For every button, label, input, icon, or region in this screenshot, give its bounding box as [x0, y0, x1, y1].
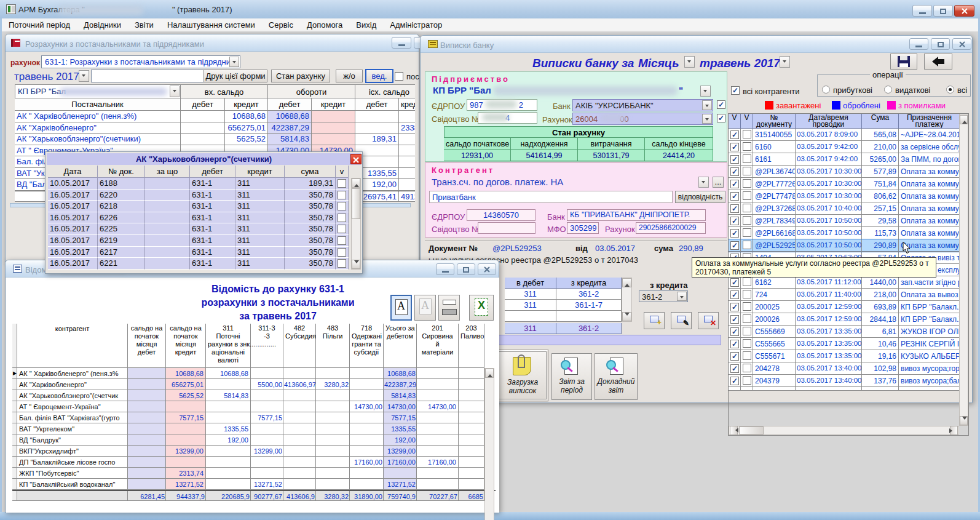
account-state-button[interactable]: Стан рахунку	[271, 70, 330, 82]
scroll-up[interactable]	[352, 178, 360, 188]
row-checkbox[interactable]: ✓	[730, 180, 739, 188]
row-checkbox2[interactable]	[743, 351, 751, 360]
row-checkbox[interactable]: ✓	[730, 167, 739, 176]
account-combo[interactable]: 631-1: Розрахунки з постачальниками та п…	[41, 55, 240, 68]
bank-table-row[interactable]: ✓@2PL37268403.05.2017 10:40:00257,15Опла…	[729, 202, 959, 215]
window-bank-close[interactable]	[952, 38, 971, 50]
search-input[interactable]	[91, 70, 205, 82]
prov-scrollbar[interactable]	[622, 278, 632, 322]
bank-table-row[interactable]: ✓@2PL78349003.05.2017 10:50:0029,58Оплат…	[729, 215, 959, 227]
row-checkbox2[interactable]	[743, 204, 751, 212]
scroll-up[interactable]	[960, 115, 968, 124]
window-vidomist-minimize[interactable]	[436, 263, 454, 275]
row-checkbox[interactable]: ✓	[730, 217, 739, 225]
row-checkbox[interactable]	[338, 259, 346, 268]
all-counterparties-checkbox[interactable]: ✓	[731, 86, 740, 95]
row-checkbox2[interactable]	[743, 191, 751, 200]
account-combo[interactable]: 2600400	[572, 113, 713, 125]
bank-table-row[interactable]: ✓@2PL36740003.05.2017 10:30:00577,89Опла…	[729, 166, 959, 178]
bank-table-row[interactable]: ✓72403.05.2017 11:40:00218,00Оплата за в…	[729, 289, 959, 301]
table-row[interactable]: АК "Харьковоблэнерго"(счетчики)5625,5258…	[15, 134, 415, 145]
add-row-button[interactable]: +	[644, 312, 665, 329]
row-checkbox2[interactable]	[743, 314, 751, 323]
row-checkbox2[interactable]	[743, 154, 751, 163]
chevron-down-icon[interactable]	[229, 57, 239, 67]
bank-table-row[interactable]: ✓616003.05.2017 9:42:00210,00за сервісне…	[729, 141, 959, 153]
counterparty-combo-arrow[interactable]	[698, 177, 709, 188]
row-checkbox2[interactable]	[743, 241, 751, 249]
vid-table-row[interactable]: ВКП"Укрсхидлифт"13299,0013299,0013299,00	[12, 446, 496, 457]
row-checkbox[interactable]: ✓	[730, 204, 739, 213]
window-bank-minimize[interactable]	[909, 38, 928, 50]
row-checkbox[interactable]: ✓	[730, 340, 739, 348]
menu-довідники[interactable]: Довідники	[77, 18, 128, 32]
vid-table-row[interactable]: ЖКП "Побутсервіс"2313,74	[12, 468, 496, 479]
bank-table-row[interactable]: ✓C55566503.05.2017 13:35:0010,46РЕЗНІК С…	[729, 338, 959, 350]
vid-table-row[interactable]: ▶АК " Харківобленерго" (пеня.з%10688,681…	[12, 368, 496, 379]
bank-table-row[interactable]: ✓@2PL66168403.05.2017 10:50:00115,73Опла…	[729, 227, 959, 239]
period-combo-arrow[interactable]	[79, 70, 89, 82]
row-checkbox2[interactable]	[743, 167, 751, 175]
menu-адміністратор[interactable]: Адміністратор	[383, 18, 449, 32]
row-checkbox[interactable]: ✓	[730, 290, 739, 299]
scroll-right[interactable]	[950, 426, 958, 435]
popup-table-row[interactable]: 16.05.20176217631-1311350,78	[48, 247, 361, 258]
row-checkbox2[interactable]	[743, 278, 751, 286]
vid-table-row[interactable]: АК "Харьковоблэнерго"(счетчик5625,525814…	[12, 390, 496, 401]
bank-table-row[interactable]: ✓20002603.05.2017 12:59:002844,18КП БРР …	[729, 313, 959, 326]
print-form-button[interactable]: Друк цієї форми	[204, 70, 267, 82]
popup-table-row[interactable]: 16.05.20176221631-1311350,78	[48, 258, 361, 270]
scroll-left[interactable]	[730, 426, 738, 435]
cp-mfo-field[interactable]: 305299	[567, 222, 599, 234]
row-checkbox[interactable]	[338, 202, 346, 210]
row-checkbox[interactable]: ✓	[730, 143, 739, 151]
chevron-down-icon[interactable]	[702, 100, 712, 110]
scroll-thumb[interactable]	[739, 426, 764, 434]
row-checkbox[interactable]	[338, 214, 346, 222]
bank-table-row[interactable]: ✓20427803.05.2017 13:40:00102,98вивоз му…	[729, 362, 959, 375]
load-statements-button[interactable]: Загрузка виписок	[499, 351, 547, 399]
table-row[interactable]: АК " Харківобленерго" (пеня.з%)10688,681…	[15, 111, 415, 122]
popup-table-row[interactable]: 16.05.20176220631-1311350,78	[48, 190, 361, 201]
window-bank-maximize[interactable]	[931, 38, 950, 50]
chevron-down-icon[interactable]	[170, 86, 180, 97]
window-suppliers-minimize[interactable]	[392, 37, 411, 49]
journal-order-button[interactable]: ж/о	[336, 70, 363, 82]
bank-table-row[interactable]: ✓C55567103.05.2017 13:35:0019,16КУЗЬКО А…	[729, 350, 959, 362]
row-checkbox2[interactable]	[743, 327, 751, 335]
row-checkbox[interactable]: ✓	[730, 130, 739, 139]
match-button[interactable]: відповідність	[675, 191, 725, 203]
row-checkbox[interactable]: ✓	[730, 192, 739, 201]
scroll-thumb[interactable]	[352, 188, 360, 219]
radio-all[interactable]	[946, 86, 954, 94]
prov-row[interactable]: 311361-1-7	[505, 300, 622, 311]
menu-сервіс[interactable]: Сервіс	[262, 18, 300, 32]
row-checkbox[interactable]: ✓	[730, 155, 739, 164]
row-checkbox[interactable]: ✓	[730, 241, 739, 250]
row-checkbox[interactable]	[338, 225, 346, 233]
row-checkbox[interactable]	[338, 248, 346, 257]
scroll-down[interactable]	[622, 312, 631, 321]
cp-account-field[interactable]: 29025866200029	[636, 222, 706, 234]
row-checkbox2[interactable]	[743, 302, 751, 311]
maximize-button[interactable]	[933, 5, 953, 17]
delete-row-button[interactable]: ✕	[698, 312, 719, 329]
popup-table-row[interactable]: 16.05.20176225631-1311350,78	[48, 223, 361, 235]
detail-report-button[interactable]: Докладний звіт	[595, 353, 638, 400]
vid-table-row[interactable]: КП "Балаклійський водоканал"13271,521327…	[12, 479, 496, 490]
popup-table-row[interactable]: 16.05.20176219631-1311350,78	[48, 235, 361, 247]
row-checkbox[interactable]: ✓	[730, 315, 739, 324]
row-checkbox[interactable]: ✓	[730, 278, 739, 287]
bank-table-row[interactable]: ✓20437903.05.2017 13:40:00137,76вивоз му…	[729, 375, 959, 387]
radio-income[interactable]	[822, 86, 830, 94]
row-checkbox[interactable]: ✓	[730, 229, 739, 238]
row-checkbox2[interactable]	[743, 216, 751, 225]
menu-поточний-період[interactable]: Поточний період	[2, 18, 77, 32]
row-checkbox[interactable]: ✓	[730, 327, 739, 336]
window-vidomist-close[interactable]	[478, 263, 496, 275]
row-checkbox2[interactable]	[743, 376, 751, 385]
menu-звіти[interactable]: Звіти	[128, 18, 160, 32]
bank-table-row[interactable]: ✓@2PL77726303.05.2017 10:30:00751,84Опла…	[729, 178, 959, 190]
vid-table-row[interactable]: АК "Харківобленерго"656275,015500,004136…	[12, 379, 496, 390]
vid-table-row[interactable]: ВД "Балдрук"192,00192,00	[12, 434, 496, 446]
